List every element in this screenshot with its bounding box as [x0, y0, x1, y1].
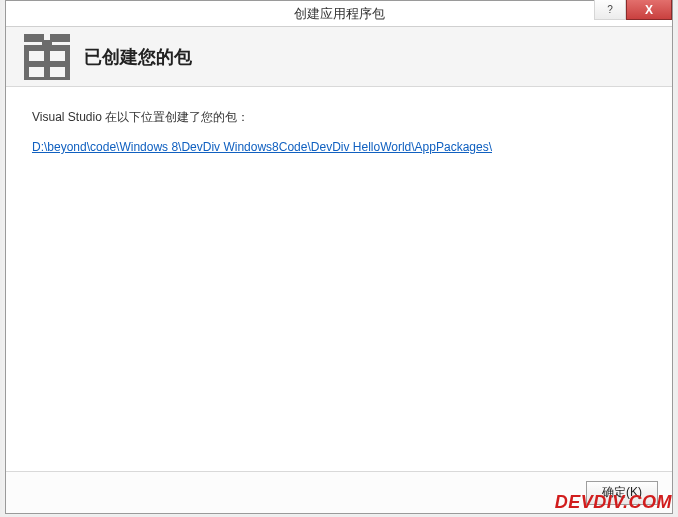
dialog-header-band: 已创建您的包	[6, 27, 672, 87]
ok-button[interactable]: 确定(K)	[586, 481, 658, 505]
titlebar: 创建应用程序包 ? X	[6, 1, 672, 27]
help-button[interactable]: ?	[594, 0, 626, 20]
dialog-content: Visual Studio 在以下位置创建了您的包： D:\beyond\cod…	[6, 87, 672, 471]
help-icon: ?	[607, 4, 613, 15]
dialog-footer: 确定(K)	[6, 471, 672, 513]
package-path-link[interactable]: D:\beyond\code\Windows 8\DevDiv Windows8…	[32, 140, 492, 154]
package-icon	[24, 34, 70, 80]
svg-rect-1	[50, 34, 70, 42]
dialog-header-title: 已创建您的包	[84, 45, 192, 69]
svg-rect-5	[26, 61, 68, 67]
dialog-title: 创建应用程序包	[294, 5, 385, 23]
package-created-message: Visual Studio 在以下位置创建了您的包：	[32, 109, 646, 126]
window-buttons-group: ? X	[594, 0, 672, 20]
svg-rect-0	[24, 34, 44, 42]
create-package-dialog: 创建应用程序包 ? X 已创建您的包 Visual Studio 在以下位置创建…	[5, 0, 673, 514]
close-button[interactable]: X	[626, 0, 672, 20]
close-icon: X	[645, 3, 653, 17]
